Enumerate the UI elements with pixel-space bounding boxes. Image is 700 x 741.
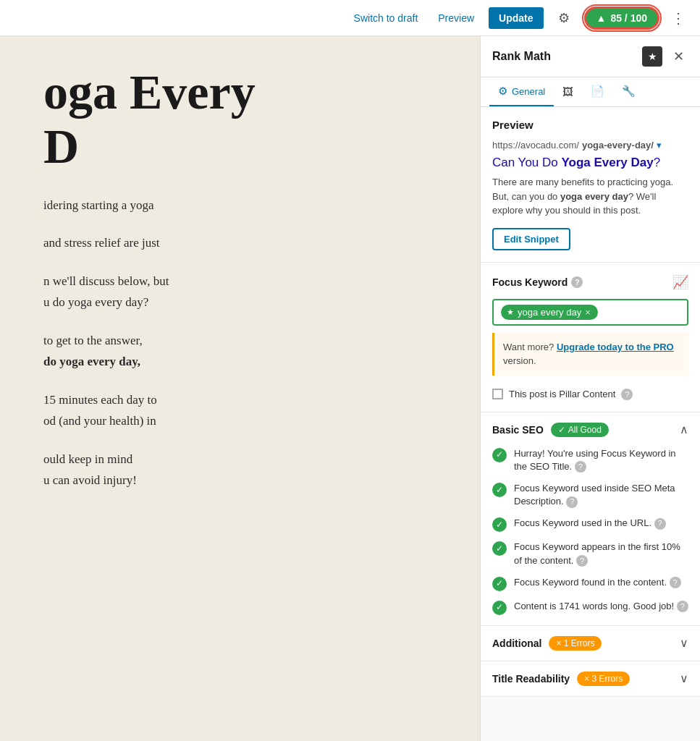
preview-url: https://avocadu.com/yoga-every-day/ ▾: [492, 140, 688, 151]
seo-check-icon: ✓: [492, 448, 507, 462]
additional-header[interactable]: Additional × 1 Errors ∨: [481, 626, 700, 661]
seo-item: ✓ Content is 1741 words long. Good job! …: [492, 600, 688, 615]
seo-item: ✓ Hurray! You're using Focus Keyword in …: [492, 447, 688, 473]
preview-section: Preview https://avocadu.com/yoga-every-d…: [481, 107, 700, 263]
edit-snippet-button[interactable]: Edit Snippet: [492, 228, 570, 250]
preview-post-title: Can You Do Yoga Every Day?: [492, 155, 688, 171]
tab-advanced[interactable]: 🔧: [613, 77, 644, 106]
star-button[interactable]: ★: [642, 46, 662, 67]
preview-description: There are many benefits to practicing yo…: [492, 175, 688, 218]
seo-item: ✓ Focus Keyword used inside SEO Meta Des…: [492, 482, 688, 508]
seo-item-text: Focus Keyword found in the content. ?: [514, 576, 681, 589]
all-good-badge: ✓ All Good: [551, 423, 609, 437]
tab-general-label: General: [512, 86, 545, 97]
seo-item: ✓ Focus Keyword appears in the first 10%…: [492, 541, 688, 567]
score-arrow-icon: ▲: [596, 12, 607, 24]
article-paragraph: to get to the answer,do yoga every day,: [43, 331, 437, 373]
focus-keyword-help-icon[interactable]: ?: [571, 276, 583, 288]
tab-general[interactable]: ⚙ General: [489, 77, 554, 106]
upgrade-link[interactable]: Upgrade today to the PRO: [557, 342, 674, 352]
sidebar-title: Rank Math: [492, 50, 551, 63]
preview-desc-bold: yoga every day: [560, 191, 628, 202]
title-readability-errors-badge: × 3 Errors: [577, 672, 630, 686]
additional-errors-badge: × 1 Errors: [549, 636, 602, 651]
sidebar-tabs: ⚙ General 🖼 📄 🔧: [481, 77, 700, 107]
pillar-help-icon[interactable]: ?: [621, 389, 633, 400]
preview-title-before: Can You Do: [492, 156, 561, 169]
all-good-label: All Good: [568, 425, 602, 435]
preview-url-arrow-icon[interactable]: ▾: [657, 140, 662, 151]
advanced-tab-icon: 🔧: [622, 85, 636, 98]
basic-seo-header-left: Basic SEO ✓ All Good: [492, 423, 609, 437]
trend-icon[interactable]: 📈: [672, 274, 688, 290]
seo-item: ✓ Focus Keyword used in the URL. ?: [492, 517, 688, 532]
seo-check-icon: ✓: [492, 601, 507, 615]
seo-item-help-icon[interactable]: ?: [576, 555, 588, 567]
score-value: 85 / 100: [610, 12, 647, 24]
chevron-up-icon: ∧: [680, 423, 688, 436]
focus-keyword-label: Focus Keyword ?: [492, 276, 583, 288]
seo-item-help-icon[interactable]: ?: [575, 461, 586, 473]
focus-keyword-section: Focus Keyword ? 📈 ★ yoga every day × Wan…: [481, 263, 700, 412]
additional-header-left: Additional × 1 Errors: [492, 636, 602, 651]
gear-tab-icon: ⚙: [498, 85, 507, 98]
basic-seo-header[interactable]: Basic SEO ✓ All Good ∧: [481, 412, 700, 447]
title-readability-section: Title Readability × 3 Errors ∨: [481, 661, 700, 697]
schema-tab-icon: 📄: [591, 85, 604, 98]
preview-title-bold: Yoga Every Day: [561, 156, 653, 169]
keyword-text: yoga every day: [518, 307, 581, 318]
title-readability-header-left: Title Readability × 3 Errors: [492, 672, 630, 686]
seo-item-text: Focus Keyword used inside SEO Meta Descr…: [514, 482, 688, 508]
seo-check-icon: ✓: [492, 517, 507, 532]
seo-check-icon: ✓: [492, 483, 507, 497]
title-readability-header[interactable]: Title Readability × 3 Errors ∨: [481, 661, 700, 696]
seo-item-help-icon[interactable]: ?: [566, 496, 578, 508]
preview-button[interactable]: Preview: [432, 9, 480, 27]
seo-item-help-icon[interactable]: ?: [670, 577, 681, 588]
seo-item-help-icon[interactable]: ?: [677, 601, 688, 612]
article-paragraph: idering starting a yoga: [43, 195, 437, 216]
tab-schema[interactable]: 📄: [582, 77, 613, 106]
switch-to-draft-button[interactable]: Switch to draft: [348, 9, 424, 27]
basic-seo-title: Basic SEO: [492, 424, 544, 436]
keyword-input[interactable]: ★ yoga every day ×: [492, 299, 688, 326]
keyword-star-icon: ★: [507, 308, 514, 317]
preview-label: Preview: [492, 119, 688, 131]
pillar-content-row: This post is Pillar Content ?: [492, 383, 688, 400]
preview-url-prefix: https://avocadu.com/: [492, 140, 579, 151]
upgrade-text: Want more?: [503, 342, 557, 352]
chevron-down-icon: ∨: [680, 636, 688, 650]
chevron-down-icon: ∨: [680, 672, 688, 685]
close-sidebar-button[interactable]: ✕: [668, 46, 688, 67]
article-content: oga EveryD idering starting a yoga and s…: [0, 36, 480, 741]
pillar-content-checkbox[interactable]: [492, 389, 503, 399]
focus-keyword-header: Focus Keyword ? 📈: [492, 274, 688, 290]
settings-icon[interactable]: ⚙: [552, 7, 575, 30]
social-tab-icon: 🖼: [562, 85, 573, 98]
additional-section: Additional × 1 Errors ∨: [481, 626, 700, 661]
preview-url-bold: yoga-every-day/: [582, 140, 654, 151]
sidebar-header: Rank Math ★ ✕: [481, 36, 700, 77]
checkmark-icon: ✓: [558, 425, 565, 435]
close-icon: ✕: [673, 48, 684, 64]
article-paragraph: 15 minutes each day tood (and your healt…: [43, 390, 437, 432]
seo-item-text: Hurray! You're using Focus Keyword in th…: [514, 447, 688, 473]
seo-score-badge[interactable]: ▲ 85 / 100: [584, 7, 659, 30]
additional-title: Additional: [492, 638, 541, 649]
title-readability-errors-label: × 3 Errors: [584, 674, 623, 684]
title-readability-title: Title Readability: [492, 673, 570, 685]
sidebar-header-actions: ★ ✕: [642, 46, 688, 67]
tab-social[interactable]: 🖼: [554, 78, 582, 106]
more-options-button[interactable]: ⋮: [668, 7, 688, 30]
keyword-remove-button[interactable]: ×: [585, 307, 591, 318]
seo-item-help-icon[interactable]: ?: [654, 518, 666, 530]
seo-item-text: Focus Keyword used in the URL. ?: [514, 517, 666, 530]
article-paragraph: n we'll discuss below, butu do yoga ever…: [43, 271, 437, 313]
keyword-tag: ★ yoga every day ×: [501, 305, 598, 320]
update-button[interactable]: Update: [489, 7, 543, 29]
seo-check-icon: ✓: [492, 541, 507, 556]
pillar-content-label: This post is Pillar Content: [509, 389, 615, 399]
sidebar-scrollable-content: Preview https://avocadu.com/yoga-every-d…: [481, 107, 700, 741]
article-paragraph: and stress relief are just: [43, 233, 437, 254]
star-icon: ★: [648, 51, 657, 62]
